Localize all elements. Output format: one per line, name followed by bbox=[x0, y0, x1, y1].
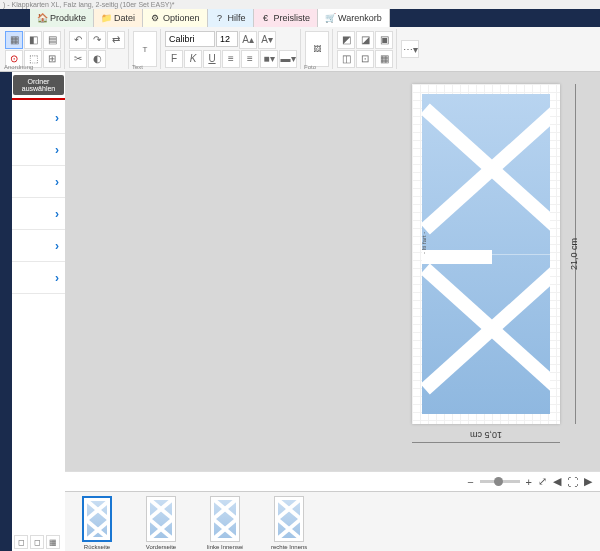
tab-label: Warenkorb bbox=[338, 13, 382, 23]
next-page-button[interactable]: ▶ bbox=[584, 475, 592, 488]
divider bbox=[12, 98, 65, 100]
tab-hilfe[interactable]: ?Hilfe bbox=[208, 9, 254, 27]
thumb-label: rechte Innenseite bbox=[271, 544, 307, 550]
tab-preisliste[interactable]: €Preisliste bbox=[254, 9, 319, 27]
chevron-right-icon: › bbox=[55, 271, 59, 285]
fontsize-select[interactable]: 12 bbox=[216, 31, 238, 47]
accordion-item-2[interactable]: › bbox=[12, 134, 65, 166]
help-icon: ? bbox=[215, 13, 225, 23]
img-btn-3[interactable]: ▣ bbox=[375, 31, 393, 49]
chevron-right-icon: › bbox=[55, 143, 59, 157]
flip-button[interactable]: ⇄ bbox=[107, 31, 125, 49]
align-button[interactable]: ◧ bbox=[24, 31, 42, 49]
ribbon-group-text: T Text bbox=[130, 29, 161, 69]
thumb-2[interactable]: Vorderseite bbox=[143, 496, 179, 550]
chevron-right-icon: › bbox=[55, 207, 59, 221]
chevron-right-icon: › bbox=[55, 239, 59, 253]
gear-icon: ⚙ bbox=[150, 13, 160, 23]
prev-page-button[interactable]: ◀ bbox=[553, 475, 561, 488]
bold-button[interactable]: F bbox=[165, 50, 183, 68]
dimension-width: 10,5 cm bbox=[412, 430, 560, 443]
align-left-button[interactable]: ≡ bbox=[222, 50, 240, 68]
main-tabs: 🏠Produkte 📁Datei ⚙Optionen ?Hilfe €Preis… bbox=[0, 9, 600, 27]
tab-label: Produkte bbox=[50, 13, 86, 23]
tab-label: Hilfe bbox=[228, 13, 246, 23]
align-center-button[interactable]: ≡ bbox=[241, 50, 259, 68]
img-btn-1[interactable]: ◩ bbox=[337, 31, 355, 49]
font-select[interactable]: Calibri bbox=[165, 31, 215, 47]
text-tool-button[interactable]: T bbox=[133, 31, 157, 67]
zoom-in-button[interactable]: + bbox=[526, 476, 532, 488]
canvas-area: - Iti fart - 21,0 cm 10,5 cm − + ⤢ ◀ ⛶ ▶ bbox=[65, 72, 600, 551]
zoom-slider[interactable] bbox=[480, 480, 520, 483]
fullscreen-button[interactable]: ⛶ bbox=[567, 476, 578, 488]
mask-button[interactable]: ◐ bbox=[88, 50, 106, 68]
rotate-left-button[interactable]: ↶ bbox=[69, 31, 87, 49]
tab-label: Preisliste bbox=[274, 13, 311, 23]
more-button[interactable]: ⋯▾ bbox=[401, 40, 419, 58]
layer-button[interactable]: ▤ bbox=[43, 31, 61, 49]
img-btn-5[interactable]: ⊡ bbox=[356, 50, 374, 68]
rotate-right-button[interactable]: ↷ bbox=[88, 31, 106, 49]
font-inc-button[interactable]: A▴ bbox=[239, 31, 257, 49]
dim-label: 21,0 cm bbox=[569, 238, 579, 270]
crop-button[interactable]: ✂ bbox=[69, 50, 87, 68]
thumb-label: linke Innenseite bbox=[207, 544, 243, 550]
thumb-label: Rückseite bbox=[79, 544, 115, 550]
ribbon-group-end: ⋯▾ bbox=[398, 29, 422, 69]
tool-c[interactable]: ▦ bbox=[46, 535, 60, 549]
ribbon-group-2: ↶ ↷ ⇄ ✂ ◐ bbox=[66, 29, 129, 69]
tab-optionen[interactable]: ⚙Optionen bbox=[143, 9, 208, 27]
home-icon: 🏠 bbox=[37, 13, 47, 23]
accordion-item-4[interactable]: › bbox=[12, 198, 65, 230]
window-title: ) - Klappkarten XL, Falz lang, 2-seitig … bbox=[0, 0, 600, 9]
group-label: Anordnung bbox=[4, 64, 33, 70]
ungroup-button[interactable]: ⊞ bbox=[43, 50, 61, 68]
tab-label: Datei bbox=[114, 13, 135, 23]
fill-button[interactable]: ▬▾ bbox=[279, 50, 297, 68]
italic-button[interactable]: K bbox=[184, 50, 202, 68]
group-label: Text bbox=[132, 64, 143, 70]
underline-button[interactable]: U bbox=[203, 50, 221, 68]
card-artboard[interactable]: - Iti fart - bbox=[412, 84, 560, 424]
ribbon-group-font: Calibri 12 A▴ A▾ F K U ≡ ≡ ■▾ ▬▾ bbox=[162, 29, 301, 69]
price-icon: € bbox=[261, 13, 271, 23]
thumb-3[interactable]: linke Innenseite bbox=[207, 496, 243, 550]
foto-tool-button[interactable]: 🖼 bbox=[305, 31, 329, 67]
accordion-item-1[interactable]: › bbox=[12, 102, 65, 134]
fold-line bbox=[422, 254, 550, 255]
thumb-1[interactable]: Rückseite bbox=[79, 496, 115, 550]
left-sidebar: Ordner auswählen › › › › › › ◻ ◻ ▦ bbox=[0, 72, 65, 551]
zoom-out-button[interactable]: − bbox=[467, 476, 473, 488]
accordion-item-3[interactable]: › bbox=[12, 166, 65, 198]
tab-produkte[interactable]: 🏠Produkte bbox=[30, 9, 94, 27]
tool-b[interactable]: ◻ bbox=[30, 535, 44, 549]
design-shape bbox=[422, 250, 492, 264]
font-dec-button[interactable]: A▾ bbox=[258, 31, 276, 49]
page-text: - Iti fart - bbox=[422, 232, 427, 254]
card-content: - Iti fart - bbox=[422, 94, 550, 414]
color-button[interactable]: ■▾ bbox=[260, 50, 278, 68]
grid-view-button[interactable]: ▦ bbox=[5, 31, 23, 49]
tab-datei[interactable]: 📁Datei bbox=[94, 9, 143, 27]
zoom-bar: − + ⤢ ◀ ⛶ ▶ bbox=[65, 471, 600, 491]
tab-warenkorb[interactable]: 🛒Warenkorb bbox=[318, 9, 390, 27]
tool-a[interactable]: ◻ bbox=[14, 535, 28, 549]
dimension-height: 21,0 cm bbox=[566, 84, 582, 424]
group-label: Foto bbox=[304, 64, 316, 70]
accordion-item-5[interactable]: › bbox=[12, 230, 65, 262]
img-btn-2[interactable]: ◪ bbox=[356, 31, 374, 49]
img-btn-6[interactable]: ▦ bbox=[375, 50, 393, 68]
fit-button[interactable]: ⤢ bbox=[538, 475, 547, 488]
thumb-4[interactable]: rechte Innenseite bbox=[271, 496, 307, 550]
page-thumbnails: Rückseite Vorderseite linke Innenseite r… bbox=[65, 491, 600, 551]
folder-icon: 📁 bbox=[101, 13, 111, 23]
ribbon-group-foto: 🖼 Foto bbox=[302, 29, 333, 69]
cart-icon: 🛒 bbox=[325, 13, 335, 23]
img-btn-4[interactable]: ◫ bbox=[337, 50, 355, 68]
thumb-label: Vorderseite bbox=[143, 544, 179, 550]
design-canvas[interactable]: - Iti fart - 21,0 cm 10,5 cm bbox=[77, 80, 588, 465]
folder-select-button[interactable]: Ordner auswählen bbox=[13, 75, 64, 95]
chevron-right-icon: › bbox=[55, 175, 59, 189]
accordion-item-6[interactable]: › bbox=[12, 262, 65, 294]
